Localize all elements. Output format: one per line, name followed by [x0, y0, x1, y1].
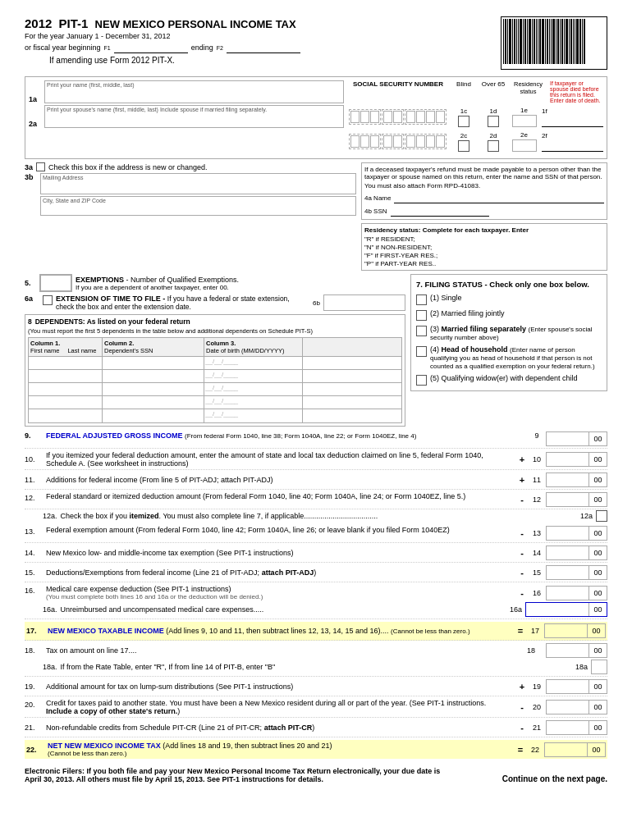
ssn-box[interactable] — [406, 111, 415, 123]
fiscal-end-field[interactable] — [227, 42, 300, 53]
dep-cell[interactable] — [29, 396, 103, 409]
dep-cell[interactable] — [303, 357, 401, 369]
ssn-box[interactable] — [436, 111, 445, 123]
ssn-box[interactable] — [370, 135, 379, 148]
fs-checkbox-4[interactable] — [416, 346, 427, 357]
line12-cents: 00 — [588, 493, 607, 506]
line9-subdesc: (From federal Form 1040, line 38; Form 1… — [185, 432, 416, 440]
line19-amount-box[interactable]: 00 — [546, 679, 607, 694]
line14-amount-box[interactable]: 00 — [546, 546, 607, 560]
form-id: PIT-1 — [59, 16, 89, 30]
death-input-1[interactable] — [542, 115, 603, 127]
dep-cell[interactable]: __/__/____ — [204, 357, 303, 369]
line11-amount-box[interactable]: 00 — [546, 472, 607, 487]
row4a-input[interactable] — [394, 192, 604, 203]
dep-cell[interactable] — [103, 370, 204, 382]
dep-cell[interactable] — [103, 396, 204, 409]
row1a-label: 1a — [29, 95, 42, 103]
death-field-1f: 1f — [542, 106, 603, 127]
line9-amount-box[interactable]: 00 — [546, 431, 607, 446]
ssn-box[interactable] — [350, 111, 360, 123]
line22-subdesc: (Add lines 18 and 19, then subtract line… — [163, 742, 332, 750]
line-11-row: 11. Additions for federal income (From l… — [25, 472, 607, 490]
fs-checkbox-3[interactable] — [416, 326, 427, 336]
ssn-box[interactable] — [383, 111, 392, 123]
ssn-box[interactable] — [436, 135, 445, 148]
ssn-box[interactable] — [383, 135, 392, 148]
line16-amount-box[interactable]: 00 — [546, 586, 607, 600]
fs-option-5[interactable]: (5) Qualifying widow(er) with dependent … — [416, 374, 602, 386]
line16a-input-box[interactable]: 00 — [525, 602, 607, 617]
ssn-box[interactable] — [350, 135, 360, 148]
exemption-row5: 5. EXEMPTIONS - Number of Qualified Exem… — [25, 274, 405, 292]
name-input-1a[interactable] — [48, 89, 341, 97]
ssn-box[interactable] — [416, 111, 425, 123]
dep-cell[interactable] — [29, 370, 103, 382]
extension-title: EXTENSION OF TIME TO FILE - — [56, 294, 165, 303]
ssn-box[interactable] — [416, 135, 425, 148]
line13-amount-box[interactable]: 00 — [546, 526, 607, 541]
dep-cell[interactable] — [303, 383, 401, 395]
ssn-box[interactable] — [360, 135, 369, 148]
fiscal-start-field[interactable] — [114, 42, 188, 53]
line18a-checkbox[interactable] — [591, 660, 607, 674]
dep-cell[interactable] — [103, 409, 204, 422]
fs-checkbox-2[interactable] — [416, 310, 427, 321]
line12-amount-box[interactable]: 00 — [546, 492, 607, 507]
line18-amount-box[interactable]: 00 — [546, 643, 607, 658]
line15-amount-box[interactable]: 00 — [546, 565, 607, 580]
ssn-box[interactable] — [406, 135, 415, 148]
over65-check-2d: 2d — [480, 130, 506, 153]
mid-section: 5. EXEMPTIONS - Number of Qualified Exem… — [25, 274, 607, 427]
line-16-row: 16. Medical care expense deduction (See … — [25, 585, 607, 601]
dep-cell[interactable]: __/__/____ — [204, 396, 303, 409]
dep-cell[interactable]: __/__/____ — [204, 370, 303, 382]
fs-option-3[interactable]: (3) Married filing separately (Enter spo… — [416, 325, 602, 341]
blind-checkbox-2[interactable] — [458, 140, 469, 152]
ext-date-input[interactable] — [323, 294, 405, 311]
row4b-input[interactable] — [391, 205, 489, 217]
over65-checkbox-2[interactable] — [488, 140, 499, 152]
ext-checkbox[interactable] — [43, 295, 53, 305]
exemption-input-box[interactable] — [39, 274, 72, 292]
new-address-check[interactable] — [36, 162, 45, 171]
ssn-box[interactable] — [360, 111, 369, 123]
name-input-2a[interactable] — [48, 113, 341, 121]
fs-checkbox-1[interactable] — [416, 294, 427, 305]
line12a-checkbox[interactable] — [596, 510, 607, 522]
line10-amount-box[interactable]: 00 — [546, 452, 607, 467]
fs-option-2[interactable]: (2) Married filing jointly — [416, 309, 602, 321]
blind-checkbox-1[interactable] — [458, 116, 469, 127]
dep-cell[interactable] — [103, 383, 204, 395]
fs-option-1[interactable]: (1) Single — [416, 294, 602, 305]
dep-cell[interactable]: __/__/____ — [204, 409, 303, 422]
line17-amount-box[interactable]: 00 — [544, 623, 606, 638]
line11-num: 11. — [25, 476, 43, 484]
res-input-1[interactable] — [512, 115, 537, 127]
dep-cell[interactable] — [29, 383, 103, 395]
form-title: 2012 PIT-1 NEW MEXICO PERSONAL INCOME TA… — [25, 16, 300, 30]
ssn-box[interactable] — [393, 135, 402, 148]
ssn-box[interactable] — [426, 111, 435, 123]
death-input-2[interactable] — [542, 139, 603, 152]
dep-row-3: __/__/____ — [29, 383, 401, 396]
dep-cell[interactable] — [29, 357, 103, 369]
line22-amount-box[interactable]: 00 — [544, 742, 606, 757]
dep-cell[interactable] — [303, 370, 401, 382]
dep-cell[interactable]: __/__/____ — [204, 383, 303, 395]
over65-checkbox-1[interactable] — [488, 116, 499, 127]
blind-check-1c: 1c — [451, 106, 477, 128]
dep-cell[interactable] — [103, 357, 204, 369]
dep-cell[interactable] — [29, 409, 103, 422]
dep-cell[interactable] — [303, 409, 401, 422]
ssn-box[interactable] — [370, 111, 379, 123]
fs-checkbox-5[interactable] — [416, 375, 427, 386]
line21-amount-box[interactable]: 00 — [546, 720, 607, 735]
ssn-box[interactable] — [426, 135, 435, 148]
ssn-box[interactable] — [393, 111, 402, 123]
dep-cell[interactable] — [303, 396, 401, 409]
line20-amount-box[interactable]: 00 — [546, 700, 607, 714]
extension-row: 6a EXTENSION OF TIME TO FILE - If you ha… — [25, 294, 405, 311]
res-input-2[interactable] — [512, 139, 537, 152]
fs-option-4[interactable]: (4) Head of household (Enter name of per… — [416, 345, 602, 370]
